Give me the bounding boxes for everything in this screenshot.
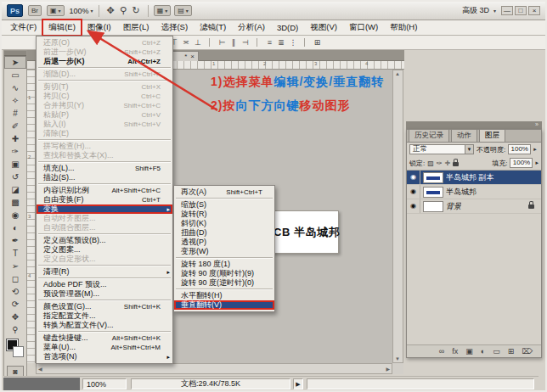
eyedropper-tool[interactable]: ✐: [4, 120, 26, 132]
crop-tool[interactable]: #: [4, 107, 26, 120]
3d-orbit-tool[interactable]: ⟳: [4, 298, 26, 311]
menu-item[interactable]: 自动混合图层...: [37, 223, 172, 232]
distribute-top-edges-icon[interactable]: ≡: [257, 38, 275, 47]
scroll-down-icon[interactable]: ▼: [395, 356, 400, 361]
menu-item[interactable]: 粘贴(P) Ctrl+V: [37, 110, 172, 120]
layer-mask-icon[interactable]: ▣: [465, 347, 473, 356]
restore-button[interactable]: □: [515, 6, 527, 15]
menu-bar-item[interactable]: 3D(D): [272, 21, 303, 34]
align-left-edges-icon[interactable]: ⊢: [209, 38, 228, 47]
healing-brush-tool[interactable]: ✚: [4, 132, 26, 145]
path-selection-tool[interactable]: ➢: [4, 260, 26, 272]
blur-tool[interactable]: ◉: [4, 209, 26, 221]
panel-tab[interactable]: 动作: [451, 129, 477, 142]
menu-bar-item[interactable]: 帮助(H): [385, 20, 422, 35]
collapse-dock-icon[interactable]: »: [535, 121, 539, 127]
menu-bar-item[interactable]: 窗口(W): [344, 20, 383, 35]
menu-item[interactable]: 旋转 90 度(顺时针)(9): [174, 269, 274, 278]
eraser-tool[interactable]: ◪: [4, 183, 26, 196]
menu-item[interactable]: 转换为配置文件(V)...: [37, 321, 172, 330]
menu-item[interactable]: 扭曲(D): [174, 228, 274, 238]
menu-item[interactable]: 菜单(U)... Alt+Shift+Ctrl+M: [37, 343, 172, 352]
menu-item[interactable]: 水平翻转(H): [174, 291, 274, 300]
menu-item[interactable]: 拼写检查(H)...: [37, 142, 172, 151]
rectangular-marquee-tool[interactable]: ▭: [4, 69, 26, 81]
menu-item[interactable]: 剪切(T) Ctrl+X: [37, 82, 172, 92]
lock-transparent-icon[interactable]: ▨: [427, 160, 434, 167]
menu-item[interactable]: 垂直翻转(V): [174, 300, 274, 310]
align-bottom-edges-icon[interactable]: ⊥: [192, 38, 204, 47]
menu-item[interactable]: 再次(A) Shift+Ctrl+T: [174, 188, 274, 197]
launch-bridge-button[interactable]: Br: [28, 5, 42, 16]
menu-item[interactable]: 清理(R): [37, 267, 172, 277]
workspace-switcher[interactable]: 高级 3D▾: [462, 5, 496, 16]
menu-bar-item[interactable]: 文件(F): [5, 20, 42, 35]
menu-item[interactable]: 变换: [37, 204, 172, 214]
fill-field[interactable]: 100%: [510, 158, 533, 168]
rotate-view-icon[interactable]: ↻: [130, 5, 143, 16]
menu-bar-item[interactable]: 滤镜(T): [195, 20, 231, 35]
align-right-edges-icon[interactable]: ⊣: [240, 38, 251, 47]
gradient-tool[interactable]: ▩: [4, 196, 26, 209]
arrange-documents-icon[interactable]: ▦▾: [154, 5, 172, 16]
scroll-up-icon[interactable]: ▲: [395, 71, 400, 76]
layer-row[interactable]: ◉ 半岛城邦 副本: [407, 171, 541, 185]
zoom-icon[interactable]: ⚲: [117, 5, 130, 16]
lock-all-icon[interactable]: [453, 162, 459, 166]
3d-rotate-tool[interactable]: ⟲: [4, 285, 26, 298]
layer-thumbnail[interactable]: [423, 187, 443, 198]
menu-item[interactable]: 自由变换(F) Ctrl+T: [37, 195, 172, 204]
new-layer-icon[interactable]: ⊞: [508, 347, 515, 356]
move-tool[interactable]: ➤: [4, 56, 26, 69]
close-button[interactable]: ×: [528, 6, 540, 15]
delete-layer-icon[interactable]: ⌦: [522, 347, 533, 356]
menu-item[interactable]: 合并拷贝(Y) Shift+Ctrl+C: [37, 101, 172, 110]
chevron-right-icon[interactable]: ▸: [535, 160, 539, 166]
lock-pixels-icon[interactable]: ✑: [437, 160, 443, 167]
menu-item[interactable]: 指定配置文件...: [37, 311, 172, 321]
menu-item[interactable]: 定义自定形状...: [37, 255, 172, 264]
layer-visibility-icon[interactable]: ◉: [407, 199, 420, 213]
view-extras-button[interactable]: ▣▾: [47, 5, 65, 16]
menu-item[interactable]: 键盘快捷键... Alt+Shift+Ctrl+K: [37, 333, 172, 343]
menu-item[interactable]: 预设管理器(M)...: [37, 289, 172, 299]
layer-thumbnail[interactable]: [423, 201, 443, 212]
dock-header[interactable]: »: [406, 121, 542, 129]
horizontal-scrollbar[interactable]: ◀▶: [36, 363, 392, 374]
layer-thumbnail[interactable]: [423, 172, 443, 183]
menu-item[interactable]: 还原(O) Ctrl+Z: [37, 38, 172, 48]
history-brush-tool[interactable]: ↺: [4, 171, 26, 183]
link-layers-icon[interactable]: ∞: [439, 347, 444, 356]
menu-bar-item[interactable]: 图像(I): [82, 20, 116, 35]
minimize-button[interactable]: —: [501, 6, 513, 15]
scroll-right-icon[interactable]: ▶: [386, 366, 390, 372]
pen-tool[interactable]: ✒: [4, 234, 26, 247]
menu-bar-item[interactable]: 分析(A): [233, 20, 270, 35]
status-options-button[interactable]: ▶: [293, 378, 303, 389]
menu-item[interactable]: 定义画笔预设(B)...: [37, 236, 172, 245]
menu-item[interactable]: 旋转(R): [174, 210, 274, 219]
scroll-left-icon[interactable]: ◀: [38, 366, 42, 372]
menu-bar-item[interactable]: 选择(S): [155, 20, 193, 35]
auto-align-layers-icon[interactable]: ⊞: [304, 38, 323, 47]
menu-item[interactable]: 清除(E): [37, 129, 172, 138]
menu-item[interactable]: 后退一步(K) Alt+Ctrl+Z: [37, 57, 172, 66]
menu-item[interactable]: 自动对齐图层...: [37, 214, 172, 223]
rectangle-tool[interactable]: ◻: [4, 272, 26, 285]
hand-tool[interactable]: ✥: [4, 311, 26, 323]
menu-item[interactable]: 变形(W): [174, 247, 274, 256]
menu-item[interactable]: 填充(L)... Shift+F5: [37, 164, 172, 173]
status-zoom-field[interactable]: 100%: [82, 378, 127, 389]
hand-icon[interactable]: ✥: [104, 5, 117, 16]
menu-item[interactable]: 首选项(N): [37, 352, 172, 361]
menu-item[interactable]: 定义图案...: [37, 245, 172, 255]
align-horizontal-centers-icon[interactable]: ∥: [228, 38, 240, 47]
adjustment-layer-icon[interactable]: ◐: [481, 347, 485, 356]
background-color-swatch[interactable]: [13, 346, 24, 357]
menu-item[interactable]: 缩放(S): [174, 200, 274, 210]
distribute-bottom-edges-icon[interactable]: ⋮: [287, 38, 299, 47]
layer-visibility-icon[interactable]: ◉: [407, 185, 420, 199]
menu-item[interactable]: 贴入(I) Shift+Ctrl+V: [37, 120, 172, 129]
menu-item[interactable]: Adobe PDF 预设...: [37, 280, 172, 289]
menu-item[interactable]: 渐隐(D)... Shift+Ctrl+F: [37, 70, 172, 79]
